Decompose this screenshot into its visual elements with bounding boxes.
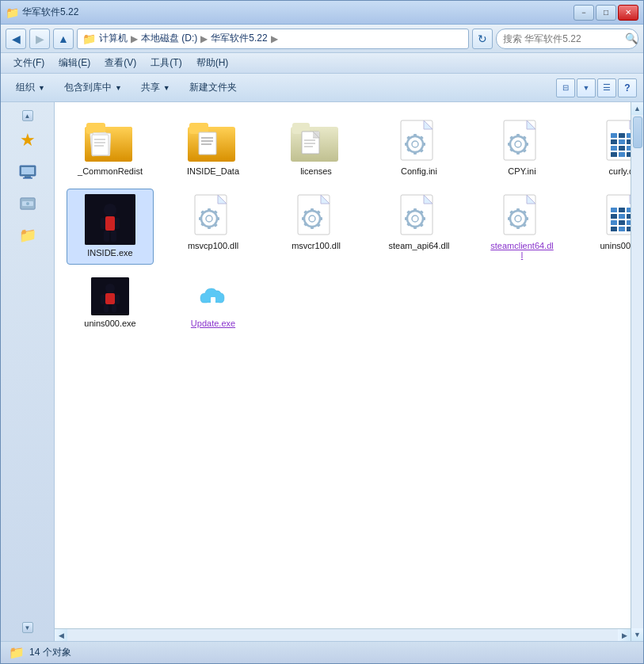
h-scroll-left[interactable]: ◀ bbox=[55, 629, 67, 641]
search-bar[interactable]: 🔍 bbox=[496, 29, 638, 49]
folder-doc-icon bbox=[188, 119, 238, 163]
include-library-button[interactable]: 包含到库中 ▼ bbox=[55, 77, 131, 99]
svg-rect-1 bbox=[21, 167, 34, 174]
file-item-licenses[interactable]: licenses bbox=[272, 114, 360, 181]
svg-rect-100 bbox=[302, 217, 305, 220]
breadcrumb-item-2[interactable]: 本地磁盘 (D:) bbox=[141, 32, 197, 45]
organize-arrow-icon: ▼ bbox=[38, 84, 45, 92]
svg-rect-50 bbox=[516, 134, 520, 137]
file-item-insidedata[interactable]: INSIDE_Data bbox=[170, 114, 257, 181]
sidebar-folder-icon: 📁 bbox=[18, 226, 37, 245]
file-item-steamapi64[interactable]: steam_api64.dll bbox=[375, 189, 463, 265]
v-scroll-thumb[interactable] bbox=[633, 116, 642, 148]
close-button[interactable]: ✕ bbox=[618, 5, 638, 21]
view-details-button[interactable]: ☰ bbox=[597, 78, 616, 97]
svg-rect-145 bbox=[619, 227, 625, 231]
steamapi64-dll-icon bbox=[398, 193, 440, 238]
svg-rect-88 bbox=[216, 217, 219, 220]
menu-help[interactable]: 帮助(H) bbox=[190, 55, 235, 71]
title-buttons: － □ ✕ bbox=[574, 5, 638, 21]
sidebar-item-favorites[interactable]: ★ bbox=[4, 128, 51, 153]
svg-rect-138 bbox=[611, 214, 617, 219]
svg-rect-62 bbox=[619, 133, 625, 138]
sidebar-item-computer[interactable] bbox=[4, 159, 51, 185]
file-cpyini-label: CPY.ini bbox=[508, 166, 535, 176]
maximize-button[interactable]: □ bbox=[596, 5, 616, 21]
up-button[interactable]: ▲ bbox=[53, 29, 74, 49]
svg-point-123 bbox=[515, 216, 521, 222]
help-button[interactable]: ? bbox=[618, 78, 637, 97]
file-curlydat-label: curly.dat bbox=[609, 166, 631, 176]
file-item-insideexe[interactable]: INSIDE.exe bbox=[67, 189, 154, 265]
sidebar-item-folder[interactable]: 📁 bbox=[4, 223, 51, 248]
file-item-configini[interactable]: Config.ini bbox=[375, 114, 463, 181]
sidebar-item-drive[interactable] bbox=[4, 191, 51, 216]
svg-rect-112 bbox=[413, 226, 417, 229]
svg-rect-153 bbox=[112, 304, 116, 312]
menu-bar: 文件(F) 编辑(E) 查看(V) 工具(T) 帮助(H) bbox=[1, 53, 643, 74]
file-configini-label: Config.ini bbox=[401, 166, 437, 176]
unins000-exe-icon bbox=[91, 277, 129, 315]
refresh-button[interactable]: ↻ bbox=[472, 29, 493, 49]
svg-rect-51 bbox=[516, 151, 520, 155]
sidebar: ▲ ★ bbox=[1, 102, 55, 641]
v-scroll-track[interactable] bbox=[631, 115, 643, 628]
new-folder-button[interactable]: 新建文件夹 bbox=[181, 77, 246, 99]
file-insidedata-label: INSIDE_Data bbox=[187, 166, 239, 176]
svg-rect-70 bbox=[611, 152, 617, 157]
sidebar-monitor-icon bbox=[18, 162, 37, 181]
breadcrumb-item-3[interactable]: 华军软件5.22 bbox=[211, 32, 267, 45]
file-item-unins000dat[interactable]: unins000.dat bbox=[581, 189, 631, 265]
sidebar-scroll-down[interactable]: ▼ bbox=[22, 622, 33, 633]
svg-rect-125 bbox=[516, 226, 520, 229]
svg-rect-64 bbox=[611, 139, 617, 144]
content-area: _CommonRedist bbox=[55, 102, 643, 641]
minimize-button[interactable]: － bbox=[574, 5, 594, 21]
svg-rect-67 bbox=[611, 146, 617, 151]
file-item-msvcp100[interactable]: msvcp100.dll bbox=[170, 189, 257, 265]
svg-rect-151 bbox=[115, 295, 120, 304]
forward-button[interactable]: ▶ bbox=[29, 29, 50, 49]
view-dropdown-button[interactable]: ▼ bbox=[577, 78, 596, 97]
file-item-updateexe[interactable]: Update.exe bbox=[170, 273, 257, 333]
svg-rect-52 bbox=[508, 143, 511, 146]
back-button[interactable]: ◀ bbox=[6, 29, 26, 49]
share-button[interactable]: 共享 ▼ bbox=[132, 77, 179, 99]
menu-edit[interactable]: 编辑(E) bbox=[52, 55, 97, 71]
svg-point-49 bbox=[515, 141, 521, 147]
svg-marker-155 bbox=[207, 303, 219, 311]
file-item-curlydat[interactable]: curly.dat bbox=[581, 114, 631, 181]
svg-rect-127 bbox=[525, 217, 528, 220]
file-item-unins000exe[interactable]: unins000.exe bbox=[67, 273, 154, 333]
file-item-commonredist[interactable]: _CommonRedist bbox=[67, 114, 154, 181]
v-scroll-down[interactable]: ▼ bbox=[631, 628, 643, 641]
v-scroll-up[interactable]: ▲ bbox=[631, 102, 643, 115]
breadcrumb-item-1[interactable]: 计算机 bbox=[99, 32, 128, 45]
organize-label: 组织 bbox=[16, 81, 35, 94]
h-scroll-track[interactable] bbox=[67, 629, 618, 641]
menu-file[interactable]: 文件(F) bbox=[7, 55, 51, 71]
svg-rect-13 bbox=[92, 135, 109, 155]
organize-button[interactable]: 组织 ▼ bbox=[7, 77, 54, 99]
file-grid: _CommonRedist bbox=[63, 110, 623, 337]
h-scroll-right[interactable]: ▶ bbox=[618, 629, 631, 641]
svg-rect-136 bbox=[619, 208, 625, 212]
file-item-cpyini[interactable]: CPY.ini bbox=[478, 114, 566, 181]
svg-rect-141 bbox=[611, 220, 617, 225]
file-commonredist-label: _CommonRedist bbox=[78, 166, 143, 176]
file-item-steamclient64[interactable]: steamclient64.dll bbox=[478, 189, 566, 265]
svg-rect-135 bbox=[611, 208, 617, 212]
svg-rect-87 bbox=[199, 217, 202, 220]
svg-rect-10 bbox=[86, 123, 105, 134]
svg-rect-39 bbox=[405, 143, 408, 146]
menu-view[interactable]: 查看(V) bbox=[98, 55, 143, 71]
svg-rect-114 bbox=[422, 217, 425, 220]
menu-tools[interactable]: 工具(T) bbox=[144, 55, 188, 71]
msvcr100-dll-icon bbox=[295, 193, 337, 238]
svg-point-74 bbox=[104, 204, 116, 216]
search-input[interactable] bbox=[503, 33, 622, 44]
file-item-msvcr100[interactable]: msvcr100.dll bbox=[272, 189, 360, 265]
sidebar-scroll-up[interactable]: ▲ bbox=[22, 110, 33, 121]
breadcrumb-sep-1: ▶ bbox=[131, 33, 138, 44]
view-toggle-button[interactable]: ⊟ bbox=[556, 78, 575, 97]
